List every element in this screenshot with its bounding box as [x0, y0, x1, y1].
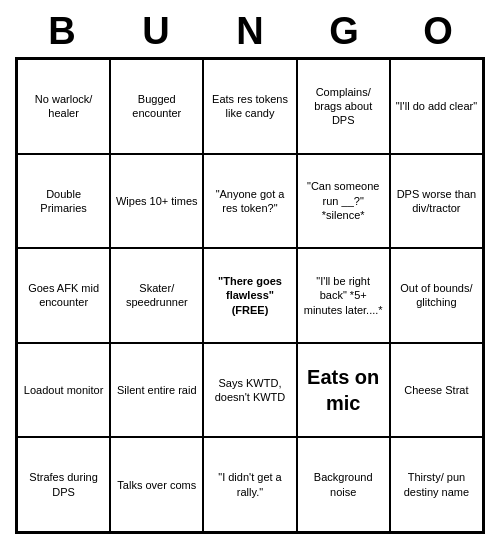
bingo-cell-6[interactable]: Wipes 10+ times: [110, 154, 203, 249]
bingo-cell-18[interactable]: Eats on mic: [297, 343, 390, 438]
cell-text-4: "I'll do add clear": [396, 99, 477, 113]
bingo-cell-11[interactable]: Skater/ speedrunner: [110, 248, 203, 343]
letter-b: B: [19, 10, 105, 53]
bingo-cell-12[interactable]: "There goes flawless" (FREE): [203, 248, 296, 343]
bingo-cell-22[interactable]: "I didn't get a rally.": [203, 437, 296, 532]
bingo-cell-3[interactable]: Complains/ brags about DPS: [297, 59, 390, 154]
cell-text-14: Out of bounds/ glitching: [395, 281, 478, 310]
bingo-cell-2[interactable]: Eats res tokens like candy: [203, 59, 296, 154]
cell-text-10: Goes AFK mid encounter: [22, 281, 105, 310]
bingo-cell-1[interactable]: Bugged encounter: [110, 59, 203, 154]
cell-text-20: Strafes during DPS: [22, 470, 105, 499]
cell-text-9: DPS worse than div/tractor: [395, 187, 478, 216]
cell-text-8: "Can someone run __?" *silence*: [302, 179, 385, 222]
cell-text-0: No warlock/ healer: [22, 92, 105, 121]
cell-text-1: Bugged encounter: [115, 92, 198, 121]
cell-text-3: Complains/ brags about DPS: [302, 85, 385, 128]
letter-u: U: [113, 10, 199, 53]
bingo-cell-0[interactable]: No warlock/ healer: [17, 59, 110, 154]
cell-text-12: "There goes flawless" (FREE): [208, 274, 291, 317]
bingo-grid: No warlock/ healerBugged encounterEats r…: [15, 57, 485, 534]
bingo-cell-17[interactable]: Says KWTD, doesn't KWTD: [203, 343, 296, 438]
bingo-cell-7[interactable]: "Anyone got a res token?": [203, 154, 296, 249]
bingo-cell-9[interactable]: DPS worse than div/tractor: [390, 154, 483, 249]
cell-text-6: Wipes 10+ times: [116, 194, 198, 208]
letter-n: N: [207, 10, 293, 53]
bingo-cell-23[interactable]: Background noise: [297, 437, 390, 532]
bingo-cell-5[interactable]: Double Primaries: [17, 154, 110, 249]
letter-g: G: [301, 10, 387, 53]
cell-text-11: Skater/ speedrunner: [115, 281, 198, 310]
bingo-cell-20[interactable]: Strafes during DPS: [17, 437, 110, 532]
cell-text-21: Talks over coms: [117, 478, 196, 492]
cell-text-5: Double Primaries: [22, 187, 105, 216]
bingo-cell-14[interactable]: Out of bounds/ glitching: [390, 248, 483, 343]
letter-o: O: [395, 10, 481, 53]
cell-text-18: Eats on mic: [302, 364, 385, 416]
cell-text-17: Says KWTD, doesn't KWTD: [208, 376, 291, 405]
bingo-cell-21[interactable]: Talks over coms: [110, 437, 203, 532]
cell-text-7: "Anyone got a res token?": [208, 187, 291, 216]
bingo-cell-15[interactable]: Loadout monitor: [17, 343, 110, 438]
bingo-cell-4[interactable]: "I'll do add clear": [390, 59, 483, 154]
bingo-cell-24[interactable]: Thirsty/ pun destiny name: [390, 437, 483, 532]
cell-text-23: Background noise: [302, 470, 385, 499]
bingo-cell-13[interactable]: "I'll be right back" *5+ minutes later..…: [297, 248, 390, 343]
bingo-cell-19[interactable]: Cheese Strat: [390, 343, 483, 438]
cell-text-2: Eats res tokens like candy: [208, 92, 291, 121]
cell-text-16: Silent entire raid: [117, 383, 197, 397]
bingo-cell-8[interactable]: "Can someone run __?" *silence*: [297, 154, 390, 249]
cell-text-22: "I didn't get a rally.": [208, 470, 291, 499]
bingo-cell-16[interactable]: Silent entire raid: [110, 343, 203, 438]
cell-text-15: Loadout monitor: [24, 383, 104, 397]
bingo-title-row: B U N G O: [15, 10, 485, 53]
cell-text-19: Cheese Strat: [404, 383, 468, 397]
bingo-cell-10[interactable]: Goes AFK mid encounter: [17, 248, 110, 343]
cell-text-13: "I'll be right back" *5+ minutes later..…: [302, 274, 385, 317]
cell-text-24: Thirsty/ pun destiny name: [395, 470, 478, 499]
